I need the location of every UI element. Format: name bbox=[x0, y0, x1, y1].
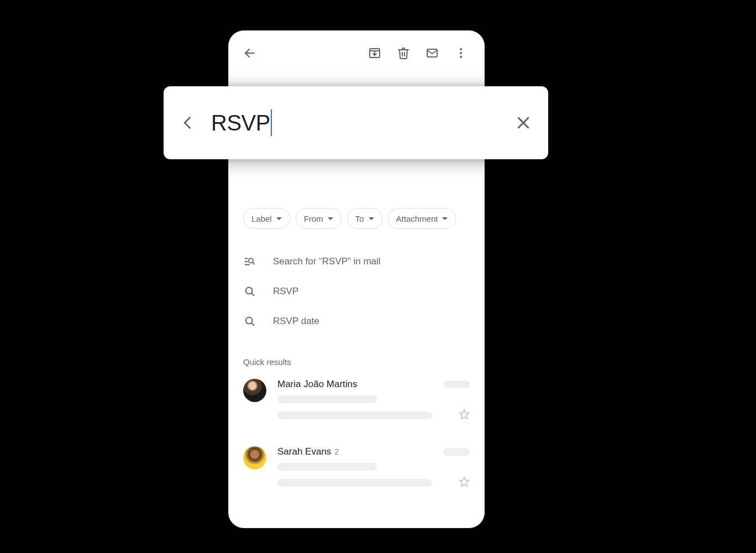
placeholder-line bbox=[443, 448, 470, 456]
star-button[interactable] bbox=[459, 476, 470, 489]
chevron-down-icon bbox=[369, 217, 374, 220]
filter-chips-row: Label From To Attachment bbox=[229, 208, 484, 229]
manage-search-icon bbox=[243, 255, 256, 268]
placeholder-line bbox=[277, 411, 432, 419]
more-vert-icon bbox=[454, 46, 468, 60]
result-name: Sarah Evans bbox=[277, 446, 331, 457]
archive-icon bbox=[368, 46, 381, 60]
svg-point-9 bbox=[460, 56, 462, 58]
delete-button[interactable] bbox=[389, 46, 418, 60]
search-bar[interactable]: RSVP bbox=[164, 86, 548, 159]
avatar bbox=[243, 379, 266, 402]
search-back-button[interactable] bbox=[180, 115, 196, 131]
mark-unread-button[interactable] bbox=[418, 46, 447, 60]
star-outline-icon bbox=[459, 476, 470, 487]
placeholder-line bbox=[443, 380, 470, 388]
more-button[interactable] bbox=[447, 46, 475, 60]
top-bar bbox=[229, 31, 484, 75]
back-button[interactable] bbox=[238, 46, 262, 60]
result-count: 2 bbox=[334, 447, 339, 456]
result-row[interactable]: Maria João Martins bbox=[229, 374, 484, 426]
chip-from[interactable]: From bbox=[296, 208, 342, 229]
suggestion-row[interactable]: RSVP bbox=[243, 276, 470, 306]
archive-button[interactable] bbox=[360, 46, 389, 60]
chip-text: To bbox=[355, 214, 364, 223]
search-input[interactable]: RSVP bbox=[211, 109, 515, 136]
placeholder-line bbox=[277, 463, 377, 471]
quick-results-header: Quick results bbox=[229, 336, 484, 374]
arrow-back-icon bbox=[243, 46, 256, 60]
suggestions-list: Search for “RSVP” in mail RSVP RSVP date bbox=[229, 229, 484, 336]
svg-marker-20 bbox=[460, 477, 469, 487]
placeholder-line bbox=[277, 395, 377, 403]
svg-line-18 bbox=[251, 323, 254, 325]
text-cursor bbox=[271, 109, 272, 136]
svg-line-16 bbox=[251, 293, 254, 295]
chevron-left-icon bbox=[180, 115, 196, 131]
chip-text: From bbox=[304, 214, 323, 223]
svg-marker-19 bbox=[460, 410, 469, 419]
trash-icon bbox=[397, 46, 410, 60]
chip-text: Attachment bbox=[396, 214, 438, 223]
chip-to[interactable]: To bbox=[347, 208, 382, 229]
clear-search-button[interactable] bbox=[515, 114, 532, 131]
chevron-down-icon bbox=[276, 217, 282, 220]
result-name: Maria João Martins bbox=[277, 379, 358, 390]
result-row[interactable]: Sarah Evans 2 bbox=[229, 442, 484, 494]
result-body: Sarah Evans 2 bbox=[277, 446, 470, 489]
chevron-down-icon bbox=[442, 217, 448, 220]
suggest-text: RSVP date bbox=[273, 316, 319, 327]
svg-line-14 bbox=[253, 262, 254, 264]
mail-icon bbox=[426, 46, 439, 60]
chip-label[interactable]: Label bbox=[243, 208, 290, 229]
star-button[interactable] bbox=[459, 409, 470, 422]
suggest-text: RSVP bbox=[273, 286, 298, 297]
result-body: Maria João Martins bbox=[277, 379, 470, 422]
star-outline-icon bbox=[459, 409, 470, 420]
suggestion-row[interactable]: RSVP date bbox=[243, 306, 470, 336]
chip-attachment[interactable]: Attachment bbox=[388, 208, 456, 229]
suggest-text: Search for “RSVP” in mail bbox=[273, 256, 381, 267]
search-icon bbox=[243, 315, 256, 327]
search-in-mail-row[interactable]: Search for “RSVP” in mail bbox=[243, 247, 470, 276]
search-query-text: RSVP bbox=[211, 111, 270, 135]
svg-point-7 bbox=[460, 48, 462, 50]
chip-text: Label bbox=[251, 214, 272, 223]
search-icon bbox=[243, 285, 256, 298]
placeholder-line bbox=[277, 479, 432, 487]
avatar bbox=[243, 446, 266, 469]
close-icon bbox=[515, 114, 532, 131]
chevron-down-icon bbox=[328, 217, 333, 220]
svg-point-8 bbox=[460, 52, 462, 54]
